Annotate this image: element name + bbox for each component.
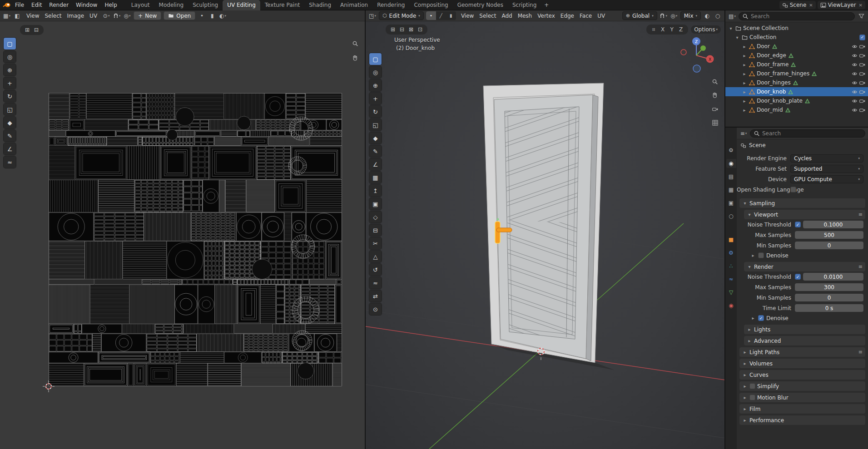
workspace-tab-compositing[interactable]: Compositing [409, 0, 452, 10]
door-model[interactable] [483, 83, 604, 369]
properties-search[interactable] [750, 129, 865, 138]
workspace-tab-uv-editing[interactable]: UV Editing [223, 0, 260, 10]
mirror-x-button[interactable]: X [659, 25, 667, 34]
gizmo-move-icon[interactable]: ⊞ [389, 25, 397, 34]
outliner-item-label[interactable]: Scene Collection [743, 25, 789, 31]
tool-annotate[interactable]: ✎ [4, 130, 16, 142]
viewport-denoise-checkbox[interactable] [758, 252, 764, 258]
workspace-tab-shading[interactable]: Shading [304, 0, 336, 10]
panel-performance[interactable]: ▸Performance [739, 415, 865, 425]
preset-menu-icon[interactable]: ≡ [858, 349, 863, 355]
snap-magnet-icon[interactable]: ▾ [660, 12, 668, 20]
disclosure-icon[interactable]: ▸ [742, 99, 747, 104]
render-noise-threshold-field[interactable]: 0.0100 [803, 273, 863, 281]
blender-logo-icon[interactable] [3, 2, 11, 8]
workspace-tab-texture-paint[interactable]: Texture Paint [260, 0, 304, 10]
tool-edge-slide[interactable]: ⇄ [369, 290, 382, 302]
workspace-tab-layout[interactable]: Layout [127, 0, 154, 10]
show-gizmos-icon[interactable]: ◐ [703, 12, 711, 20]
tool-tweak[interactable]: ▢ [4, 38, 16, 49]
uv-editor-canvas-area[interactable]: ▢◎⊕+↻◱◆✎∠≈ ⊞ ⊟ [0, 21, 365, 449]
hide-in-viewport-icon[interactable] [852, 107, 858, 113]
properties-tab-output[interactable]: ▤ [726, 172, 736, 181]
uv-face-select-icon[interactable]: ▮ [208, 12, 216, 20]
workspace-tab-scripting[interactable]: Scripting [508, 0, 541, 10]
preset-menu-icon[interactable]: ≡ [858, 212, 863, 217]
panel-film[interactable]: ▸Film [739, 404, 865, 414]
tool-spin[interactable]: ↺ [369, 264, 382, 276]
filter-icon[interactable] [857, 12, 865, 20]
breadcrumb-scene[interactable]: Scene [749, 142, 766, 148]
disclosure-icon[interactable]: ▾ [728, 26, 734, 31]
tool-grab[interactable]: ≈ [4, 156, 16, 168]
workspace-tab-animation[interactable]: Animation [336, 0, 372, 10]
editor-type-icon[interactable]: ≡▾ [739, 129, 748, 138]
outliner-item-label[interactable]: Door_edge [757, 52, 786, 59]
tool-scale[interactable]: ◱ [4, 104, 16, 115]
panel-viewport-denoise[interactable]: ▸ Denoise [737, 251, 868, 260]
hide-in-viewport-icon[interactable] [852, 71, 858, 77]
tool-move[interactable]: + [4, 77, 16, 89]
proportional-edit-icon[interactable]: ◎▾ [123, 12, 131, 20]
tool-smooth[interactable]: ≈ [369, 277, 382, 289]
render-engine-dropdown[interactable]: Cycles▾ [790, 154, 863, 163]
tool-transform[interactable]: ◆ [4, 117, 16, 128]
tool-extrude[interactable]: ↥ [369, 185, 382, 197]
uv-vertex-select-icon[interactable]: • [198, 12, 206, 20]
workspace-tab-geometry-nodes[interactable]: Geometry Nodes [453, 0, 508, 10]
outliner-item-door[interactable]: ▸Door [725, 42, 868, 51]
panel-render-denoise[interactable]: ▸ ✓ Denoise [737, 313, 868, 323]
panel-light-paths[interactable]: ▸Light Paths≡ [739, 347, 865, 357]
outliner-item-label[interactable]: Door_knob [757, 89, 786, 95]
hide-in-viewport-icon[interactable] [852, 89, 858, 95]
tool-knife[interactable]: ✂ [369, 237, 382, 249]
disclosure-icon[interactable]: ▸ [742, 44, 747, 49]
outliner-item-door-edge[interactable]: ▸Door_edge [725, 51, 868, 60]
disclosure-icon[interactable]: ▾ [734, 35, 740, 40]
tool-rotate[interactable]: ↻ [369, 106, 382, 118]
disable-in-render-icon[interactable] [859, 98, 865, 104]
tool-measure[interactable]: ∠ [369, 158, 382, 170]
tool-poly-build[interactable]: △ [369, 251, 382, 262]
motion-blur-checkbox[interactable] [749, 395, 755, 400]
uv-sync-select-icon[interactable]: ◧ [13, 12, 21, 20]
disclosure-icon[interactable]: ▸ [742, 71, 747, 76]
workspace-tab-modeling[interactable]: Modeling [154, 0, 188, 10]
outliner-item-door-knob[interactable]: ▸Door_knob [725, 87, 868, 96]
new-image-button[interactable]: + New [134, 11, 161, 20]
uv-map-image[interactable] [49, 93, 342, 386]
tool-inset[interactable]: ▣ [369, 198, 382, 210]
render-noise-threshold-checkbox[interactable]: ✓ [795, 274, 801, 280]
viewport-max-samples-field[interactable]: 500 [795, 231, 863, 239]
zoom-icon[interactable] [351, 39, 359, 48]
tool-bevel[interactable]: ◇ [369, 211, 382, 223]
viewport-menu-face[interactable]: Face [577, 11, 595, 20]
tool-measure[interactable]: ∠ [4, 143, 16, 155]
unlink-scene-icon[interactable]: ✕ [808, 3, 813, 8]
viewport-menu-select[interactable]: Select [476, 11, 499, 20]
viewlayer-selector[interactable]: ViewLayer ✕ [818, 1, 865, 9]
panel-sampling-render[interactable]: ▾ Render ≡ [744, 262, 865, 271]
tool-scale[interactable]: ◱ [369, 119, 382, 131]
osl-checkbox[interactable] [790, 187, 796, 192]
disable-in-render-icon[interactable] [859, 71, 865, 77]
menu-render[interactable]: Render [45, 1, 72, 9]
hide-in-viewport-icon[interactable] [852, 98, 858, 104]
panel-volumes[interactable]: ▸Volumes [739, 359, 865, 368]
snap-magnet-icon[interactable]: ▾ [113, 12, 121, 20]
disable-in-render-icon[interactable] [859, 53, 865, 59]
face-select-icon[interactable]: ▮ [446, 11, 456, 20]
outliner-item-door-mid[interactable]: ▸Door_mid [725, 105, 868, 114]
add-workspace-button[interactable]: + [541, 0, 552, 10]
panel-simplify[interactable]: ▸Simplify [739, 381, 865, 391]
viewport-menu-uv[interactable]: UV [595, 11, 608, 20]
feature-set-dropdown[interactable]: Supported▾ [790, 165, 863, 173]
render-min-samples-field[interactable]: 0 [795, 294, 863, 301]
outliner-item-label[interactable]: Door_knob_plate [757, 98, 803, 104]
disable-in-render-icon[interactable] [859, 44, 865, 49]
viewport-menu-vertex[interactable]: Vertex [535, 11, 558, 20]
properties-tab-render[interactable]: ◉ [726, 159, 736, 168]
open-image-button[interactable]: Open [164, 11, 195, 20]
viewport-min-samples-field[interactable]: 0 [795, 242, 863, 249]
tool-select-circle[interactable]: ◎ [369, 66, 382, 78]
